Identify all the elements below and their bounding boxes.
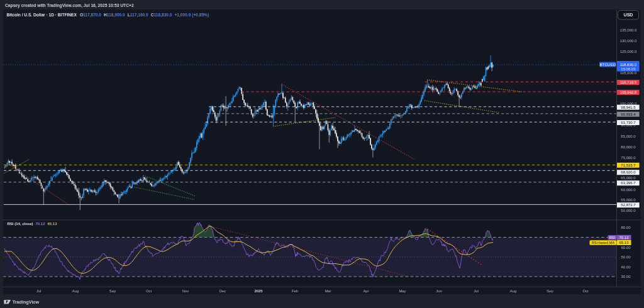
svg-text:71,515.7: 71,515.7: [621, 163, 636, 167]
svg-text:Sep: Sep: [109, 289, 116, 293]
svg-text:Oct: Oct: [146, 289, 152, 293]
svg-text:110,719.9: 110,719.9: [620, 80, 637, 84]
svg-text:75,000.0: 75,000.0: [621, 156, 636, 160]
svg-text:50.00: 50.00: [621, 255, 631, 259]
svg-text:60.00: 60.00: [621, 246, 631, 250]
svg-text:2025: 2025: [254, 289, 263, 293]
svg-text:135,000.0: 135,000.0: [620, 28, 637, 32]
svg-text:RSI (14, close)70.1265.13: RSI (14, close)70.1265.13: [8, 222, 58, 226]
svg-text:15:06:03: 15:06:03: [621, 67, 636, 71]
svg-text:Feb: Feb: [292, 289, 299, 293]
svg-text:65,000.0: 65,000.0: [621, 176, 636, 180]
svg-text:BTCUSD: BTCUSD: [599, 62, 616, 67]
svg-text:80.00: 80.00: [621, 226, 631, 229]
svg-text:May: May: [399, 289, 406, 293]
svg-text:105,992.8: 105,992.8: [620, 91, 637, 94]
svg-text:115,000.0: 115,000.0: [620, 71, 637, 75]
svg-text:Jul: Jul: [36, 289, 42, 293]
svg-text:65.13: 65.13: [619, 241, 629, 245]
svg-text:95,693.4: 95,693.4: [621, 113, 636, 116]
svg-text:91,730.7: 91,730.7: [621, 121, 636, 124]
svg-text:RSI-based MA: RSI-based MA: [592, 241, 615, 245]
svg-text:Capsey created with TradingVie: Capsey created with TradingView.com, Jul…: [5, 3, 134, 8]
svg-text:80,000.0: 80,000.0: [621, 145, 636, 149]
svg-text:Oct: Oct: [582, 289, 589, 293]
svg-text:118,830.0: 118,830.0: [620, 63, 637, 67]
svg-text:USD: USD: [624, 13, 633, 17]
svg-text:30.00: 30.00: [621, 275, 631, 278]
svg-text:40.00: 40.00: [621, 265, 631, 269]
svg-text:50,000.0: 50,000.0: [621, 209, 636, 212]
svg-text:130,000.0: 130,000.0: [620, 39, 637, 43]
svg-text:TradingView: TradingView: [13, 299, 40, 305]
svg-text:Bitcoin / U.S. Dollar · 1D · B: Bitcoin / U.S. Dollar · 1D · BITFINEXO11…: [7, 13, 209, 18]
svg-text:Jun: Jun: [436, 289, 442, 293]
svg-text:85,000.0: 85,000.0: [621, 135, 636, 138]
svg-text:RSI: RSI: [609, 236, 616, 239]
svg-text:60,000.0: 60,000.0: [621, 188, 636, 192]
svg-text:Dec: Dec: [219, 289, 226, 293]
svg-text:125,000.0: 125,000.0: [620, 50, 637, 53]
svg-text:Jul: Jul: [474, 289, 479, 293]
svg-text:68,920.0: 68,920.0: [621, 170, 636, 174]
svg-text:52,872.7: 52,872.7: [621, 203, 636, 207]
svg-text:63,396.7: 63,396.7: [621, 181, 636, 185]
svg-text:55,000.0: 55,000.0: [621, 198, 636, 202]
svg-text:Sep: Sep: [547, 289, 553, 293]
svg-text:Apr: Apr: [363, 289, 369, 293]
svg-text:70.12: 70.12: [619, 236, 629, 239]
svg-text:Aug: Aug: [72, 289, 79, 293]
svg-text:Mar: Mar: [325, 289, 331, 293]
svg-text:98,941.5: 98,941.5: [621, 106, 636, 109]
svg-text:Nov: Nov: [182, 289, 189, 293]
svg-text:Aug: Aug: [510, 289, 516, 293]
